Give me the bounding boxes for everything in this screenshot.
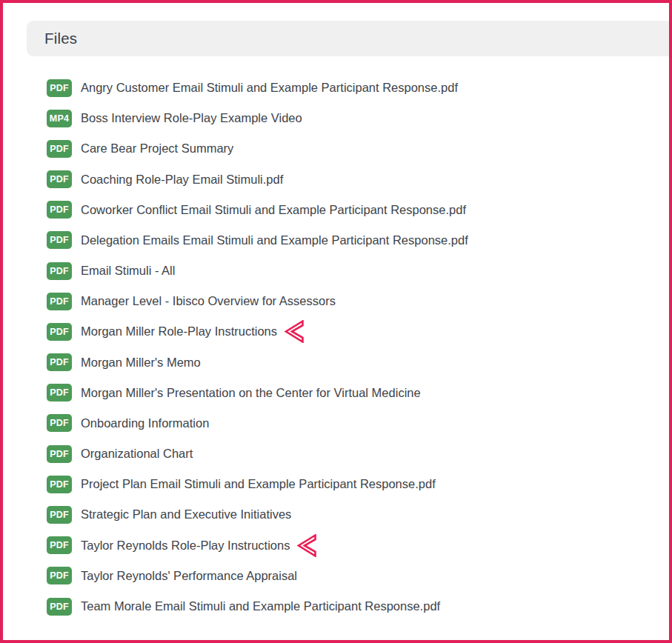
file-type-badge: PDF (47, 140, 72, 158)
file-title-link[interactable]: Coaching Role-Play Email Stimuli.pdf (81, 173, 283, 187)
file-title-link[interactable]: Manager Level - Ibisco Overview for Asse… (81, 294, 336, 308)
file-row[interactable]: PDF Care Bear Project Summary (3, 133, 669, 164)
file-title-link[interactable]: Email Stimuli - All (81, 264, 175, 278)
file-type-badge: MP4 (47, 110, 72, 127)
file-row[interactable]: PDF Delegation Emails Email Stimuli and … (3, 225, 669, 256)
file-row[interactable]: PDF Email Stimuli - All (3, 256, 669, 286)
file-type-badge: PDF (47, 567, 72, 584)
file-row[interactable]: PDF Organizational Chart (3, 439, 669, 469)
file-row[interactable]: PDF Taylor Reynolds Role-Play Instructio… (3, 530, 669, 561)
file-row[interactable]: PDF Manager Level - Ibisco Overview for … (3, 286, 669, 316)
file-title-link[interactable]: Boss Interview Role-Play Example Video (81, 111, 302, 125)
file-type-badge: PDF (47, 323, 72, 341)
file-type-badge: PDF (47, 414, 72, 432)
file-title-link[interactable]: Taylor Reynolds' Performance Appraisal (81, 569, 297, 583)
file-type-badge: PDF (47, 79, 72, 97)
file-row[interactable]: PDF Morgan Miller's Memo (3, 347, 669, 378)
left-double-chevron-icon (284, 320, 304, 343)
file-title-link[interactable]: Coworker Conflict Email Stimuli and Exam… (81, 203, 466, 217)
file-type-badge: PDF (47, 231, 72, 249)
file-title-link[interactable]: Project Plan Email Stimuli and Example P… (81, 477, 436, 491)
file-title-link[interactable]: Angry Customer Email Stimuli and Example… (81, 81, 458, 95)
file-type-badge: PDF (47, 201, 72, 219)
file-type-badge: PDF (47, 598, 72, 616)
file-row[interactable]: PDF Project Plan Email Stimuli and Examp… (3, 469, 669, 499)
file-row[interactable]: PDF Angry Customer Email Stimuli and Exa… (3, 73, 669, 103)
file-row[interactable]: PDF Strategic Plan and Executive Initiat… (3, 499, 669, 530)
file-type-badge: PDF (47, 476, 72, 493)
file-row[interactable]: PDF Team Morale Email Stimuli and Exampl… (3, 591, 669, 622)
file-row[interactable]: MP4 Boss Interview Role-Play Example Vid… (3, 103, 669, 133)
file-type-badge: PDF (47, 506, 72, 524)
page-title: Files (44, 30, 77, 47)
file-row[interactable]: PDF Coworker Conflict Email Stimuli and … (3, 195, 669, 225)
file-title-link[interactable]: Morgan Miller Role-Play Instructions (81, 324, 277, 339)
file-type-badge: PDF (47, 262, 72, 280)
file-type-badge: PDF (47, 293, 72, 310)
file-title-link[interactable]: Organizational Chart (81, 447, 193, 461)
file-title-link[interactable]: Care Bear Project Summary (81, 141, 233, 156)
file-title-link[interactable]: Taylor Reynolds Role-Play Instructions (81, 539, 290, 553)
file-type-badge: PDF (47, 353, 72, 371)
file-type-badge: PDF (47, 445, 72, 463)
files-header-bar: Files (27, 21, 669, 56)
file-type-badge: PDF (47, 536, 72, 554)
file-row[interactable]: PDF Taylor Reynolds' Performance Apprais… (3, 561, 669, 591)
left-double-chevron-icon (296, 534, 316, 557)
file-row[interactable]: PDF Morgan Miller Role-Play Instructions (3, 316, 669, 347)
file-title-link[interactable]: Morgan Miller's Memo (81, 356, 201, 370)
file-type-badge: PDF (47, 384, 72, 402)
file-list: PDF Angry Customer Email Stimuli and Exa… (3, 73, 669, 622)
file-type-badge: PDF (47, 170, 72, 188)
file-title-link[interactable]: Delegation Emails Email Stimuli and Exam… (81, 233, 468, 247)
file-title-link[interactable]: Strategic Plan and Executive Initiatives (81, 507, 291, 522)
file-title-link[interactable]: Morgan Miller's Presentation on the Cent… (81, 386, 421, 400)
file-title-link[interactable]: Onboarding Information (81, 416, 209, 430)
file-title-link[interactable]: Team Morale Email Stimuli and Example Pa… (81, 599, 440, 613)
file-row[interactable]: PDF Morgan Miller's Presentation on the … (3, 378, 669, 408)
file-row[interactable]: PDF Coaching Role-Play Email Stimuli.pdf (3, 164, 669, 195)
file-row[interactable]: PDF Onboarding Information (3, 408, 669, 439)
